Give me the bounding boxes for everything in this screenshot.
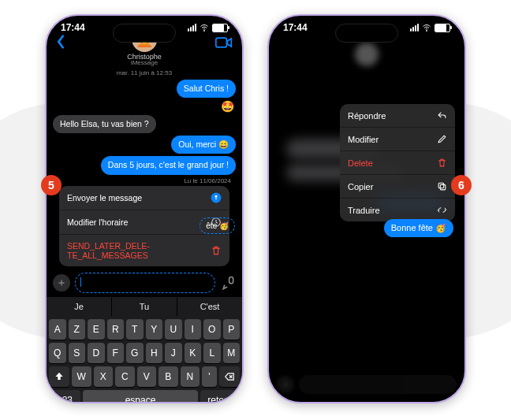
kb-row-1: A Z E R T Y U I O P — [49, 319, 240, 340]
kb-row-2: Q S D F G H J K L M — [49, 343, 240, 363]
key[interactable]: M — [223, 343, 241, 363]
key[interactable]: E — [88, 319, 105, 340]
key[interactable]: Z — [69, 319, 86, 340]
send-now-item[interactable]: Envoyer le message — [59, 186, 229, 210]
copy-icon — [437, 181, 447, 191]
phone-left: 17:44 🧑‍🦰 Christophe iMessage mar. 11 ju… — [45, 14, 244, 403]
edit-item[interactable]: Modifier — [340, 128, 455, 151]
status-time: 17:44 — [61, 22, 85, 33]
trash-icon — [437, 158, 447, 168]
facetime-button[interactable] — [215, 36, 233, 52]
dictation-button[interactable] — [220, 275, 236, 291]
message-input — [299, 375, 457, 394]
return-key[interactable]: retour — [200, 390, 240, 404]
wifi-icon — [422, 23, 431, 32]
reply-icon — [437, 110, 447, 121]
delete-scheduled-item[interactable]: SEND_LATER_DELE- TE_ALL_MESSAGES — [59, 235, 229, 266]
svg-point-6 — [427, 31, 427, 32]
key[interactable]: N — [181, 366, 200, 387]
key[interactable]: G — [126, 343, 144, 363]
thread-date: mar. 11 juin à 12:53 — [53, 69, 236, 76]
step-badge-6: 6 — [451, 175, 472, 195]
key[interactable]: L — [203, 343, 221, 363]
send-up-icon — [211, 192, 222, 203]
key[interactable]: W — [72, 366, 91, 387]
svg-rect-7 — [440, 184, 446, 190]
key[interactable]: H — [146, 343, 163, 363]
wifi-icon — [200, 23, 209, 32]
key[interactable]: S — [69, 343, 86, 363]
svg-point-0 — [204, 31, 205, 32]
translate-item[interactable]: Traduire — [340, 199, 455, 221]
message-input[interactable] — [75, 273, 215, 293]
contact-name: Christophe — [127, 53, 162, 61]
attach-button[interactable]: ＋ — [53, 274, 70, 292]
prediction[interactable]: Je — [47, 297, 112, 316]
key[interactable]: J — [165, 343, 182, 363]
scheduled-message-chip[interactable]: ête 🥳 — [200, 217, 235, 234]
step-badge-5: 5 — [41, 175, 62, 195]
key[interactable]: V — [137, 366, 157, 387]
keyboard: A Z E R T Y U I O P Q S D F G H J K L — [47, 316, 242, 404]
pencil-icon — [437, 134, 447, 144]
keyboard-predictions: Je Tu C'est — [47, 296, 242, 316]
back-button[interactable] — [56, 35, 65, 53]
dynamic-island — [335, 24, 398, 43]
numbers-key[interactable]: 123 — [49, 390, 80, 404]
reaction-emoji[interactable]: 🤩 — [221, 100, 234, 113]
phone-right: 17:44 Répondre Modifier Delete — [267, 14, 466, 403]
prediction[interactable]: Tu — [112, 297, 177, 316]
key[interactable]: I — [185, 319, 202, 340]
key[interactable]: D — [88, 343, 105, 363]
message-out[interactable]: Oui, merci 😄 — [171, 136, 236, 154]
message-in[interactable]: Hello Elsa, tu vas bien ? — [53, 115, 156, 133]
key[interactable]: O — [203, 319, 221, 340]
message-out[interactable]: Salut Chris ! — [177, 80, 236, 98]
key[interactable]: B — [159, 366, 178, 387]
key[interactable]: P — [223, 319, 241, 340]
svg-rect-8 — [438, 183, 444, 188]
kb-row-3: W X C V B N ' — [49, 366, 240, 387]
composer-blurred: ＋ — [269, 375, 464, 394]
read-receipt: Lu le 11/06/2024 — [53, 177, 231, 184]
key[interactable]: U — [165, 319, 182, 340]
kb-row-4: 123 espace retour — [49, 390, 240, 404]
battery-icon — [212, 24, 228, 32]
cellular-icon — [410, 24, 419, 32]
key[interactable]: T — [126, 319, 144, 340]
battery-icon — [435, 24, 450, 32]
key[interactable]: A — [49, 319, 66, 340]
attach-button: ＋ — [277, 376, 294, 393]
key[interactable]: F — [107, 343, 125, 363]
prediction[interactable]: C'est — [177, 297, 242, 316]
message-out[interactable]: Dans 5 jours, c'est le grand jour ! — [101, 156, 236, 174]
cellular-icon — [188, 24, 196, 32]
key[interactable]: R — [107, 319, 125, 340]
shift-key[interactable] — [49, 366, 69, 387]
key[interactable]: Y — [146, 319, 163, 340]
key[interactable]: C — [115, 366, 135, 387]
reply-item[interactable]: Répondre — [340, 104, 455, 128]
copy-item[interactable]: Copier — [340, 175, 455, 199]
key[interactable]: Q — [49, 343, 66, 363]
message-context-menu: Répondre Modifier Delete Copier Traduire — [340, 104, 455, 221]
delete-item[interactable]: Delete — [340, 151, 455, 175]
translate-icon — [437, 205, 447, 215]
key[interactable]: K — [185, 343, 202, 363]
key[interactable]: X — [94, 366, 114, 387]
dynamic-island — [113, 24, 176, 43]
message-thread[interactable]: iMessage mar. 11 juin à 12:53 Salut Chri… — [47, 56, 242, 268]
space-key[interactable]: espace — [83, 390, 198, 404]
svg-rect-4 — [229, 277, 233, 283]
backspace-key[interactable] — [219, 366, 240, 387]
status-time: 17:44 — [283, 22, 308, 33]
composer: ＋ — [47, 268, 242, 296]
svg-rect-1 — [216, 38, 227, 47]
trash-icon — [211, 245, 222, 256]
selected-message[interactable]: Bonne fête 🥳 — [384, 219, 453, 237]
